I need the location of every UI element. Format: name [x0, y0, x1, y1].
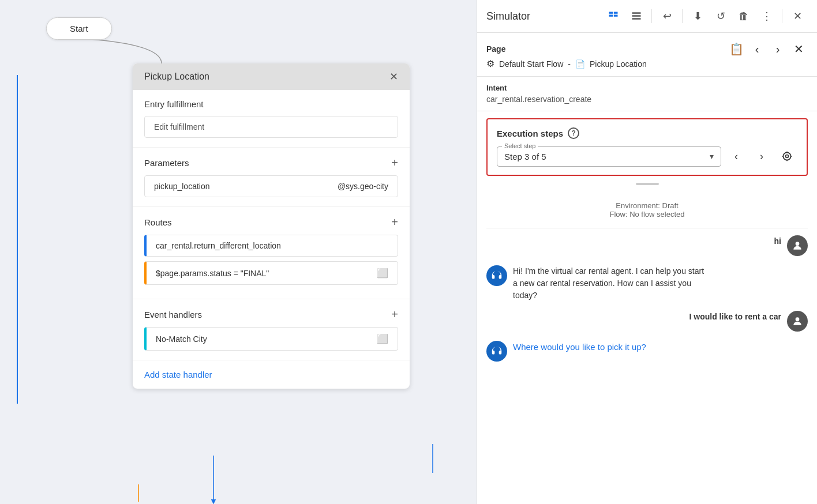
more-button[interactable]: ⋮	[756, 6, 777, 27]
flow-icon: ⚙	[486, 58, 494, 69]
route-2-doc-icon: ⬜	[377, 268, 388, 279]
flow-panel: Start Pickup Location ✕ Entry fulfillmen…	[0, 0, 477, 504]
svg-point-13	[796, 242, 800, 246]
event-handler-text: No-Match City	[156, 334, 207, 344]
edit-fulfillment-button[interactable]: Edit fulfillment	[144, 116, 398, 138]
entry-fulfillment-section: Entry fulfillment Edit fulfillment	[133, 90, 410, 148]
bot-avatar-1	[486, 265, 507, 286]
route-item-1[interactable]: car_rental.return_different_location	[144, 235, 398, 257]
download-button[interactable]: ⬇	[687, 6, 708, 27]
reset-button[interactable]: ↺	[710, 6, 731, 27]
dropdown-arrow-icon: ▾	[710, 152, 714, 161]
chat-message-bot-1: Hi! I'm the virtual car rental agent. I …	[486, 265, 808, 302]
step-selector-row: Select step Step 3 of 5 ▾ ‹ ›	[497, 146, 797, 167]
page-card: Pickup Location ✕ Entry fulfillment Edit…	[133, 63, 410, 389]
page-card-title: Pickup Location	[144, 72, 209, 82]
user-avatar-1	[787, 235, 808, 256]
page-card-close-button[interactable]: ✕	[389, 70, 398, 83]
chat-bubble-bot-1: Hi! I'm the virtual car rental agent. I …	[513, 265, 709, 302]
list-view-button[interactable]	[626, 6, 647, 27]
env-info: Environment: Draft Flow: No flow selecte…	[486, 192, 808, 228]
page-icon: 📄	[575, 59, 585, 69]
start-node[interactable]: Start	[46, 17, 112, 40]
help-icon[interactable]: ?	[568, 127, 579, 139]
event-handlers-section: Event handlers + No-Match City ⬜	[133, 299, 410, 360]
svg-rect-1	[614, 12, 618, 14]
add-event-handler-button[interactable]: +	[391, 309, 398, 320]
svg-point-8	[783, 152, 790, 160]
add-route-button[interactable]: +	[391, 216, 398, 228]
event-handlers-header: Event handlers +	[144, 309, 398, 320]
step-value: Step 3 of 5	[504, 152, 546, 161]
toolbar-divider-3	[782, 9, 782, 23]
breadcrumb-separator: -	[568, 59, 571, 69]
focus-step-button[interactable]	[777, 146, 797, 167]
intent-value: car_rental.reservation_create	[486, 95, 808, 104]
page-close-button[interactable]: ✕	[789, 40, 808, 58]
event-handlers-label: Event handlers	[144, 310, 202, 319]
grid-view-button[interactable]	[603, 6, 624, 27]
svg-point-14	[796, 317, 800, 321]
entry-fulfillment-header: Entry fulfillment	[144, 99, 398, 109]
chat-bubble-user-1: hi	[774, 235, 781, 247]
step-select-wrapper: Select step Step 3 of 5 ▾	[497, 146, 721, 167]
event-handler-doc-icon: ⬜	[377, 333, 388, 344]
close-simulator-button[interactable]: ✕	[787, 6, 808, 27]
param-type: @sys.geo-city	[338, 182, 388, 191]
route-item-2[interactable]: $page.params.status = "FINAL" ⬜	[144, 261, 398, 285]
target-icon	[781, 151, 793, 162]
chat-bubble-user-2: I would like to rent a car	[689, 311, 781, 323]
user-icon-2	[792, 315, 803, 327]
chat-area: Environment: Draft Flow: No flow selecte…	[477, 183, 817, 504]
parameters-header: Parameters +	[144, 157, 398, 168]
svg-rect-2	[609, 15, 613, 17]
parameters-label: Parameters	[144, 158, 189, 168]
page-card-header: Pickup Location ✕	[133, 63, 410, 90]
simulator-title: Simulator	[486, 10, 598, 22]
svg-rect-3	[614, 15, 618, 17]
svg-rect-4	[632, 12, 641, 14]
page-next-button[interactable]: ›	[769, 40, 787, 58]
step-select-dropdown[interactable]: Step 3 of 5 ▾	[504, 152, 714, 161]
step-next-button[interactable]: ›	[751, 146, 772, 167]
add-parameter-button[interactable]: +	[391, 157, 398, 168]
list-view-icon	[631, 10, 642, 22]
simulator-panel: Simulator ↩ ⬇ ↺ 🗑 ⋮ ✕ Pag	[477, 0, 817, 504]
headset-icon-1	[490, 269, 503, 282]
page-nav-controls: 📋 ‹ › ✕	[727, 40, 808, 58]
chat-message-user-1: hi	[486, 235, 808, 256]
simulator-toolbar-icons: ↩ ⬇ ↺ 🗑 ⋮ ✕	[603, 6, 808, 27]
route-2-text: $page.params.status = "FINAL"	[156, 269, 269, 278]
undo-button[interactable]: ↩	[657, 6, 677, 27]
parameter-row[interactable]: pickup_location @sys.geo-city	[144, 175, 398, 197]
routes-section: Routes + car_rental.return_different_loc…	[133, 207, 410, 299]
toolbar-divider	[651, 9, 652, 23]
start-node-label: Start	[70, 24, 88, 33]
page-prev-button[interactable]: ‹	[748, 40, 766, 58]
env-line1: Environment: Draft	[486, 201, 808, 210]
flow-name: Default Start Flow	[499, 59, 563, 69]
entry-fulfillment-label: Entry fulfillment	[144, 99, 204, 109]
env-line2: Flow: No flow selected	[486, 210, 808, 219]
event-handler-item[interactable]: No-Match City ⬜	[144, 327, 398, 351]
routes-label: Routes	[144, 217, 172, 227]
chat-message-user-2: I would like to rent a car	[486, 311, 808, 332]
execution-steps-title: Execution steps ?	[497, 127, 797, 139]
svg-point-7	[786, 155, 789, 158]
add-state-handler-link[interactable]: Add state handler	[133, 360, 410, 389]
route-1-text: car_rental.return_different_location	[156, 241, 281, 250]
delete-button[interactable]: 🗑	[733, 6, 754, 27]
clipboard-button[interactable]: 📋	[727, 40, 745, 58]
parameters-section: Parameters + pickup_location @sys.geo-ci…	[133, 148, 410, 207]
execution-steps-section: Execution steps ? Select step Step 3 of …	[486, 118, 808, 176]
svg-rect-6	[632, 18, 641, 20]
sim-page-header: Page 📋 ‹ › ✕ ⚙ Default Start Flow - 📄 Pi…	[477, 33, 817, 77]
separator-line	[636, 183, 659, 185]
user-avatar-2	[787, 311, 808, 332]
step-prev-button[interactable]: ‹	[726, 146, 747, 167]
toolbar-divider-2	[682, 9, 683, 23]
simulator-toolbar: Simulator ↩ ⬇ ↺ 🗑 ⋮ ✕	[477, 0, 817, 33]
svg-rect-0	[609, 12, 613, 14]
page-name: Pickup Location	[590, 59, 647, 69]
step-select-label: Select step	[502, 142, 538, 149]
